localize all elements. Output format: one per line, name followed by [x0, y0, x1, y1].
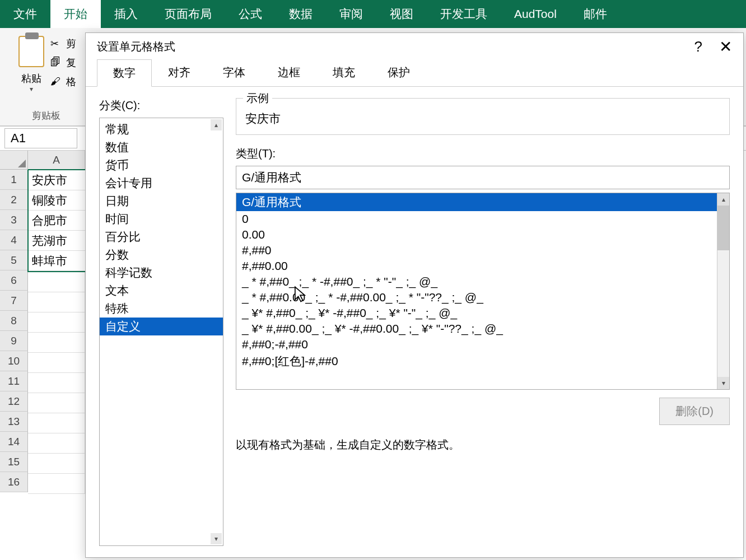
category-item[interactable]: 数值 — [100, 138, 223, 156]
clipboard-group: 粘贴 ▾ ✂ 剪 🗐 复 🖌 格 剪贴板 — [7, 34, 85, 125]
tab-insert[interactable]: 插入 — [101, 0, 151, 28]
cell[interactable] — [28, 393, 85, 413]
type-item[interactable]: #,##0 — [236, 242, 729, 258]
category-item[interactable]: 科学记数 — [100, 264, 223, 282]
type-item[interactable]: _ * #,##0_ ;_ * -#,##0_ ;_ * "-"_ ;_ @_ — [236, 274, 729, 290]
hint-text: 以现有格式为基础，生成自定义的数字格式。 — [236, 437, 730, 452]
type-listbox[interactable]: G/通用格式 0 0.00 #,##0 #,##0.00 _ * #,##0_ … — [236, 193, 730, 390]
cell[interactable] — [28, 292, 85, 312]
row-header[interactable]: 15 — [0, 452, 28, 472]
type-item[interactable]: 0 — [236, 211, 729, 227]
category-item[interactable]: 货币 — [100, 156, 223, 174]
row-header[interactable]: 13 — [0, 412, 28, 432]
cell[interactable]: 铜陵市 — [29, 190, 86, 211]
dialog-tabs: 数字 对齐 字体 边框 填充 保护 — [86, 60, 743, 87]
category-listbox[interactable]: ▴ 常规 数值 货币 会计专用 日期 时间 百分比 分数 科学记数 文本 特殊 … — [99, 118, 223, 546]
cell[interactable]: 芜湖市 — [29, 231, 86, 251]
tab-alignment[interactable]: 对齐 — [152, 59, 207, 86]
tab-number[interactable]: 数字 — [97, 59, 152, 87]
category-item[interactable]: 文本 — [100, 282, 223, 300]
row-header[interactable]: 11 — [0, 371, 28, 391]
category-item[interactable]: 特殊 — [100, 300, 223, 318]
tab-review[interactable]: 审阅 — [326, 0, 376, 28]
tab-formulas[interactable]: 公式 — [225, 0, 276, 28]
scroll-up-icon[interactable]: ▴ — [211, 119, 222, 130]
cell[interactable] — [28, 413, 85, 433]
row-header[interactable]: 4 — [0, 230, 28, 250]
row-header[interactable]: 3 — [0, 210, 28, 230]
category-item-custom[interactable]: 自定义 — [100, 318, 223, 335]
format-painter-button[interactable]: 🖌 格 — [50, 75, 76, 88]
select-all-corner[interactable] — [0, 151, 28, 170]
dropdown-arrow-icon[interactable]: ▾ — [30, 85, 33, 93]
type-item[interactable]: _ * #,##0.00_ ;_ * -#,##0.00_ ;_ * "-"??… — [236, 290, 729, 305]
tab-home[interactable]: 开始 — [50, 0, 101, 28]
scrollbar[interactable]: ▴ ▾ — [717, 193, 729, 389]
type-label: 类型(T): — [236, 146, 730, 161]
paste-button[interactable]: 粘贴 ▾ — [16, 34, 47, 93]
delete-button[interactable]: 删除(D) — [659, 398, 730, 425]
tab-file[interactable]: 文件 — [0, 0, 50, 28]
ribbon-tabs: 文件 开始 插入 页面布局 公式 数据 审阅 视图 开发工具 AudTool 邮… — [0, 0, 746, 28]
cell[interactable] — [28, 433, 85, 454]
category-item[interactable]: 时间 — [100, 210, 223, 228]
row-header[interactable]: 5 — [0, 250, 28, 270]
scroll-up-icon[interactable]: ▴ — [717, 193, 729, 206]
help-button[interactable]: ? — [694, 38, 702, 55]
type-item[interactable]: #,##0;[红色]-#,##0 — [236, 352, 729, 370]
cell[interactable] — [28, 454, 85, 474]
cell[interactable] — [28, 373, 85, 393]
row-header[interactable]: 14 — [0, 432, 28, 452]
category-item[interactable]: 常规 — [100, 120, 223, 138]
row-header[interactable]: 1 — [0, 170, 28, 190]
type-item[interactable]: _ ¥* #,##0_ ;_ ¥* -#,##0_ ;_ ¥* "-"_ ;_ … — [236, 305, 729, 321]
cell[interactable]: 合肥市 — [29, 211, 86, 231]
row-header[interactable]: 8 — [0, 311, 28, 331]
tab-data[interactable]: 数据 — [276, 0, 326, 28]
scroll-thumb[interactable] — [717, 206, 729, 250]
tab-mail[interactable]: 邮件 — [570, 0, 621, 28]
tab-developer[interactable]: 开发工具 — [427, 0, 501, 28]
tab-audtool[interactable]: AudTool — [501, 0, 570, 28]
tab-protection[interactable]: 保护 — [371, 59, 426, 86]
category-item[interactable]: 分数 — [100, 246, 223, 264]
close-button[interactable]: ✕ — [719, 38, 732, 56]
row-header[interactable]: 12 — [0, 391, 28, 412]
scroll-down-icon[interactable]: ▾ — [211, 533, 222, 544]
cell[interactable] — [28, 353, 85, 373]
copy-button[interactable]: 🗐 复 — [50, 56, 76, 69]
row-header[interactable]: 16 — [0, 472, 28, 492]
column-header[interactable]: A — [28, 151, 85, 170]
cell[interactable] — [28, 333, 85, 353]
clipboard-group-label: 剪贴板 — [32, 109, 60, 125]
row-header[interactable]: 9 — [0, 331, 28, 351]
type-item[interactable]: _ ¥* #,##0.00_ ;_ ¥* -#,##0.00_ ;_ ¥* "-… — [236, 321, 729, 337]
row-header[interactable]: 7 — [0, 291, 28, 311]
cell[interactable] — [28, 312, 85, 333]
cell[interactable]: 蚌埠市 — [29, 251, 86, 271]
cell[interactable]: 安庆市 — [29, 170, 86, 190]
tab-view[interactable]: 视图 — [376, 0, 427, 28]
tab-font[interactable]: 字体 — [207, 59, 262, 86]
type-input[interactable] — [236, 166, 730, 189]
tab-page-layout[interactable]: 页面布局 — [151, 0, 225, 28]
name-box[interactable] — [4, 128, 77, 148]
tab-fill[interactable]: 填充 — [316, 59, 371, 86]
cell[interactable] — [28, 474, 85, 494]
category-item[interactable]: 百分比 — [100, 228, 223, 246]
cut-button[interactable]: ✂ 剪 — [50, 37, 76, 50]
tab-border[interactable]: 边框 — [262, 59, 316, 86]
type-item[interactable]: G/通用格式 — [236, 193, 729, 211]
type-item[interactable]: #,##0;-#,##0 — [236, 337, 729, 352]
cell[interactable] — [28, 272, 85, 292]
format-cells-dialog: 设置单元格格式 ? ✕ 数字 对齐 字体 边框 填充 保护 分类(C): ▴ 常… — [85, 32, 744, 558]
category-item[interactable]: 会计专用 — [100, 174, 223, 192]
type-item[interactable]: 0.00 — [236, 227, 729, 242]
clipboard-icon — [18, 36, 44, 67]
scroll-down-icon[interactable]: ▾ — [717, 377, 729, 389]
row-header[interactable]: 2 — [0, 190, 28, 210]
type-item[interactable]: #,##0.00 — [236, 258, 729, 274]
row-header[interactable]: 6 — [0, 270, 28, 291]
row-header[interactable]: 10 — [0, 351, 28, 371]
category-item[interactable]: 日期 — [100, 192, 223, 210]
